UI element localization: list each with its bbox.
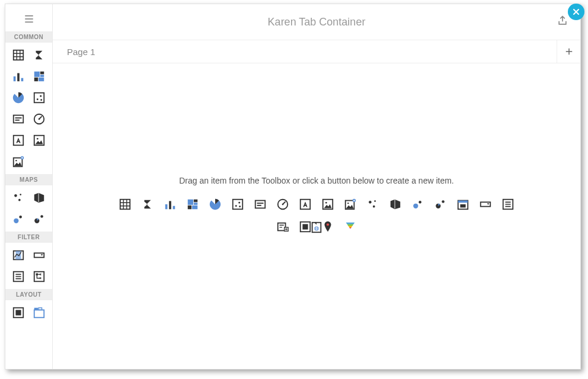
- tab-container-icon: [33, 306, 46, 319]
- bound-image-icon: [12, 155, 25, 168]
- category-layout: LAYOUT: [5, 289, 52, 300]
- tool-scatter[interactable]: [31, 90, 47, 105]
- canvas-tool-chart[interactable]: [163, 197, 177, 211]
- scatter-icon: [231, 198, 244, 211]
- tool-choropleth[interactable]: [31, 190, 47, 205]
- window-shell: COMMON MAPS FILTER: [5, 4, 581, 370]
- canvas-tool-list-box[interactable]: [501, 197, 515, 211]
- tool-image[interactable]: [31, 133, 47, 148]
- plus-icon: [564, 46, 574, 57]
- tool-range-filter[interactable]: [11, 248, 26, 263]
- tool-pivot[interactable]: [31, 47, 47, 63]
- add-tab-button[interactable]: [557, 40, 580, 63]
- bar-chart-icon: [164, 198, 177, 211]
- pie-icon: [12, 91, 25, 104]
- canvas-tool-scatter[interactable]: [231, 197, 245, 211]
- bound-image-icon: [344, 198, 357, 211]
- bubble-map-icon: [411, 198, 424, 211]
- grid-icon: [119, 198, 132, 211]
- tool-combo-box[interactable]: [31, 248, 47, 263]
- close-icon: [571, 7, 581, 17]
- choropleth-icon: [389, 198, 402, 211]
- toolbox-sidebar: COMMON MAPS FILTER: [5, 4, 53, 369]
- canvas-hint: Drag an item from the Toolbox or click a…: [53, 176, 580, 185]
- geo-point-icon: [366, 198, 379, 211]
- canvas-tool-row-2: [53, 220, 580, 235]
- category-maps: MAPS: [5, 174, 52, 185]
- tool-tree-view[interactable]: [31, 269, 47, 284]
- tab-page-1[interactable]: Page 1: [65, 40, 98, 63]
- design-canvas: Drag an item from the Toolbox or click a…: [53, 63, 580, 369]
- export-button[interactable]: [557, 15, 568, 29]
- list-box-icon: [501, 198, 514, 211]
- treemap-icon: [33, 70, 46, 83]
- canvas-tool-bubble-map[interactable]: [411, 197, 425, 211]
- pie-map-icon: [434, 198, 447, 211]
- canvas-tool-bound-image[interactable]: [343, 197, 357, 211]
- tool-bubble-map[interactable]: [11, 211, 26, 227]
- tree-view-icon: [33, 270, 46, 283]
- canvas-tool-text[interactable]: [298, 197, 312, 211]
- pie-map-icon: [33, 213, 46, 226]
- category-common: COMMON: [5, 31, 52, 43]
- tab-bar: Page 1: [53, 40, 580, 63]
- combo-box-icon: [479, 198, 492, 211]
- image-icon: [321, 198, 334, 211]
- canvas-tool-geo-point[interactable]: [366, 197, 380, 211]
- tool-bound-image[interactable]: [11, 154, 26, 169]
- main-panel: Karen Tab Container Page 1 Drag an item …: [53, 4, 580, 369]
- canvas-tool-image[interactable]: [321, 197, 335, 211]
- tool-pie[interactable]: [11, 90, 26, 105]
- canvas-tool-web-page[interactable]: [309, 220, 324, 235]
- canvas-tool-treemap[interactable]: [186, 197, 200, 211]
- grid-icon: [12, 49, 25, 62]
- close-button[interactable]: [568, 4, 584, 20]
- bubble-map-icon: [12, 213, 25, 226]
- tool-geo-point[interactable]: [11, 190, 26, 205]
- date-filter-icon: [456, 198, 469, 211]
- page-title: Karen Tab Container: [268, 16, 366, 28]
- canvas-tool-combo-box[interactable]: [478, 197, 493, 211]
- gauge-icon: [33, 113, 46, 126]
- tool-list-box[interactable]: [11, 269, 26, 284]
- export-icon: [557, 15, 568, 27]
- image-icon: [33, 134, 46, 147]
- header: Karen Tab Container: [53, 4, 580, 40]
- canvas-tool-grid[interactable]: [118, 197, 132, 211]
- category-filter: FILTER: [5, 232, 52, 243]
- card-icon: [12, 113, 25, 126]
- list-box-icon: [12, 270, 25, 283]
- menu-toggle[interactable]: [5, 4, 52, 31]
- canvas-tool-pie-map[interactable]: [433, 197, 448, 211]
- sigma-icon: [141, 198, 154, 211]
- canvas-tool-date-filter[interactable]: [456, 197, 470, 211]
- tool-chart[interactable]: [11, 69, 26, 84]
- pie-icon: [209, 198, 222, 211]
- canvas-tool-pivot[interactable]: [140, 197, 155, 211]
- geo-point-icon: [12, 191, 25, 204]
- tool-grid[interactable]: [11, 47, 26, 63]
- choropleth-icon: [33, 191, 46, 204]
- menu-icon: [23, 14, 36, 24]
- tool-pie-map[interactable]: [31, 211, 47, 227]
- canvas-tool-gauge[interactable]: [276, 197, 290, 211]
- sigma-icon: [33, 49, 46, 62]
- bar-chart-icon: [12, 70, 25, 83]
- text-icon: [12, 134, 25, 147]
- scatter-icon: [33, 91, 46, 104]
- canvas-tool-card[interactable]: [253, 197, 267, 211]
- combo-box-icon: [33, 249, 46, 262]
- tool-tab-container[interactable]: [31, 305, 47, 320]
- group-icon: [12, 306, 25, 319]
- range-filter-icon: [12, 249, 25, 262]
- tool-card[interactable]: [11, 111, 26, 127]
- canvas-tool-pie[interactable]: [208, 197, 222, 211]
- canvas-tool-choropleth[interactable]: [388, 197, 402, 211]
- gauge-icon: [276, 198, 289, 211]
- tool-treemap[interactable]: [31, 69, 47, 84]
- web-page-icon: [310, 221, 323, 234]
- tool-group[interactable]: [11, 305, 26, 320]
- tool-gauge[interactable]: [31, 111, 47, 127]
- tool-text[interactable]: [11, 133, 26, 148]
- treemap-icon: [186, 198, 199, 211]
